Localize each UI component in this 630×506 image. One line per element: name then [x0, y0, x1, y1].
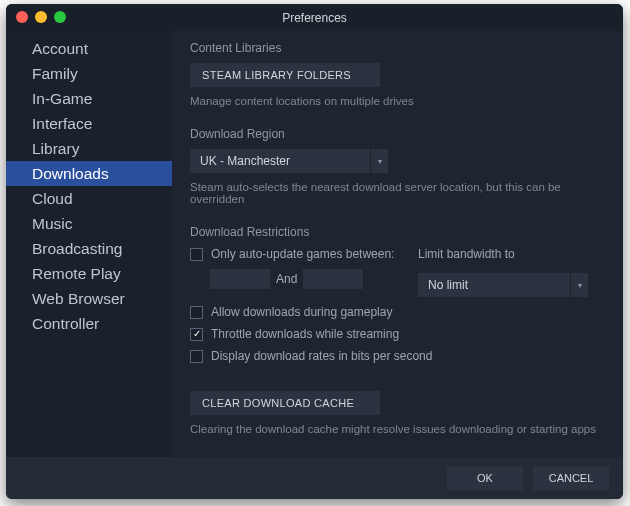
checkbox-label: Throttle downloads while streaming [211, 327, 399, 341]
clear-cache-section: CLEAR DOWNLOAD CACHE Clearing the downlo… [190, 391, 605, 435]
checkbox-label: Allow downloads during gameplay [211, 305, 392, 319]
sidebar-item-remote-play[interactable]: Remote Play [6, 261, 172, 286]
content-libraries-section: Content Libraries STEAM LIBRARY FOLDERS … [190, 41, 605, 107]
sidebar-item-library[interactable]: Library [6, 136, 172, 161]
allow-during-gameplay-checkbox[interactable] [190, 306, 203, 319]
window-controls [16, 11, 66, 23]
clear-download-cache-button[interactable]: CLEAR DOWNLOAD CACHE [190, 391, 380, 415]
sidebar: Account Family In-Game Interface Library… [6, 31, 172, 457]
close-icon[interactable] [16, 11, 28, 23]
section-description: Manage content locations on multiple dri… [190, 95, 605, 107]
bandwidth-limit-select[interactable]: No limit ▾ [418, 273, 588, 297]
titlebar: Preferences [6, 4, 623, 31]
download-restrictions-section: Download Restrictions Only auto-update g… [190, 225, 605, 371]
sidebar-item-web-browser[interactable]: Web Browser [6, 286, 172, 311]
sidebar-item-music[interactable]: Music [6, 211, 172, 236]
sidebar-item-in-game[interactable]: In-Game [6, 86, 172, 111]
limit-bandwidth-label: Limit bandwidth to [418, 247, 588, 261]
section-heading: Download Restrictions [190, 225, 605, 239]
sidebar-item-broadcasting[interactable]: Broadcasting [6, 236, 172, 261]
auto-update-checkbox[interactable] [190, 248, 203, 261]
checkbox-label: Display download rates in bits per secon… [211, 349, 432, 363]
main-panel: Content Libraries STEAM LIBRARY FOLDERS … [172, 31, 623, 457]
section-description: Steam auto-selects the nearest download … [190, 181, 605, 205]
sidebar-item-controller[interactable]: Controller [6, 311, 172, 336]
display-bits-checkbox[interactable] [190, 350, 203, 363]
ok-button[interactable]: OK [447, 466, 523, 490]
sidebar-item-account[interactable]: Account [6, 36, 172, 61]
cancel-button[interactable]: CANCEL [533, 466, 609, 490]
sidebar-item-family[interactable]: Family [6, 61, 172, 86]
download-region-select[interactable]: UK - Manchester ▾ [190, 149, 388, 173]
auto-update-end-input[interactable] [303, 269, 363, 289]
auto-update-start-input[interactable] [210, 269, 270, 289]
minimize-icon[interactable] [35, 11, 47, 23]
download-region-section: Download Region UK - Manchester ▾ Steam … [190, 127, 605, 205]
dialog-footer: OK CANCEL [6, 457, 623, 499]
auto-update-label: Only auto-update games between: [211, 247, 394, 261]
select-value: UK - Manchester [190, 149, 370, 173]
chevron-down-icon: ▾ [570, 273, 588, 297]
window-title: Preferences [282, 11, 347, 25]
section-description: Clearing the download cache might resolv… [190, 423, 605, 435]
throttle-while-streaming-checkbox[interactable] [190, 328, 203, 341]
preferences-window: Preferences Account Family In-Game Inter… [6, 4, 623, 499]
sidebar-item-interface[interactable]: Interface [6, 111, 172, 136]
sidebar-item-downloads[interactable]: Downloads [6, 161, 172, 186]
steam-library-folders-button[interactable]: STEAM LIBRARY FOLDERS [190, 63, 380, 87]
fullscreen-icon[interactable] [54, 11, 66, 23]
section-heading: Content Libraries [190, 41, 605, 55]
and-label: And [276, 272, 297, 286]
section-heading: Download Region [190, 127, 605, 141]
chevron-down-icon: ▾ [370, 149, 388, 173]
select-value: No limit [418, 273, 570, 297]
sidebar-item-cloud[interactable]: Cloud [6, 186, 172, 211]
